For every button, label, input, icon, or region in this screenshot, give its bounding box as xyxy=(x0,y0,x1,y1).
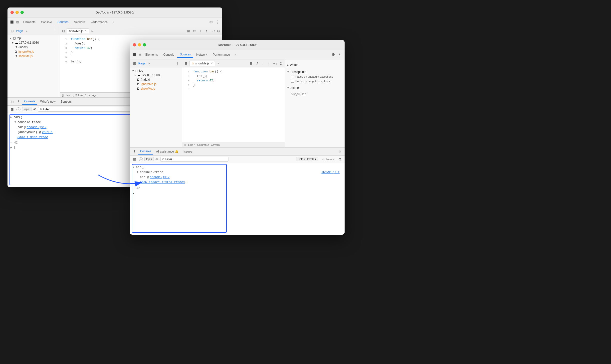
sidebar-more-1[interactable]: » xyxy=(24,28,29,34)
step-out-1[interactable]: →↑ xyxy=(210,28,215,34)
scope-section: ▼ Scope Not paused xyxy=(285,84,345,99)
eye-icon-2[interactable]: 👁 xyxy=(155,157,159,161)
top-dropdown-1[interactable]: top ▾ xyxy=(22,107,31,111)
tab-close-icon-2[interactable]: ✕ xyxy=(210,62,213,65)
refresh-btn-2[interactable]: ↺ xyxy=(254,61,260,66)
minimize-button-2[interactable] xyxy=(138,43,141,46)
tab-ai-2[interactable]: AI assistance 🔔 xyxy=(154,149,181,154)
refresh-btn-1[interactable]: ↺ xyxy=(192,28,197,34)
step-over-2[interactable]: ↓ xyxy=(260,61,266,66)
console-clear-1[interactable]: ⊟ xyxy=(9,107,15,112)
close-button-2[interactable] xyxy=(133,43,136,46)
more-tabs-btn-1[interactable]: » xyxy=(111,19,116,25)
eye-icon-1[interactable]: 👁 xyxy=(33,107,36,111)
format-btn-2[interactable]: ⊞ xyxy=(248,61,254,66)
tree-label-ignoreme-2: ignoreMe.js xyxy=(141,82,156,86)
tab-console-2[interactable]: Console xyxy=(161,52,177,57)
tab-console-1[interactable]: Console xyxy=(38,19,54,25)
format-btn-1[interactable]: ⊞ xyxy=(186,28,191,34)
deactivate-1[interactable]: ⊘ xyxy=(216,28,221,34)
console-clear-2[interactable]: ⊟ xyxy=(132,157,137,162)
pause-caught-item: Pause on caught exceptions xyxy=(287,79,343,83)
step-into-1[interactable]: ↑ xyxy=(204,28,209,34)
tab-sensors-1[interactable]: Sensors xyxy=(59,99,74,104)
tree-server-1[interactable]: ▼ ☁ 127.0.0.1:8080 xyxy=(7,40,60,45)
tab-performance-1[interactable]: Performance xyxy=(88,19,110,25)
console-entries-wrapper-2: ▶ bar() ▼ console.trace showMe.js:2 bar … xyxy=(130,163,345,235)
editor-tab-label-1: showMe.js xyxy=(69,29,83,33)
console-ban-1[interactable]: ⊘ xyxy=(16,107,20,111)
breakpoints-header[interactable]: ▼ Breakpoints xyxy=(287,69,343,74)
editor-sidebar-toggle-1[interactable]: ⊟ xyxy=(61,28,66,34)
console-toolbar-toggle-1[interactable]: ⊟ xyxy=(9,99,15,104)
gear-icon-console-2[interactable]: ⚙ xyxy=(337,156,343,162)
watch-header[interactable]: ▶ Watch xyxy=(287,62,343,67)
tree-top-1[interactable]: ▼ ▢ top xyxy=(7,36,60,40)
tab-sources-2[interactable]: Sources xyxy=(177,52,193,58)
console-ban-2[interactable]: ⊘ xyxy=(139,157,143,161)
dots-icon-2[interactable]: ⋮ xyxy=(337,51,343,58)
tab-elements-1[interactable]: Elements xyxy=(20,19,38,25)
maximize-button-1[interactable] xyxy=(20,11,24,14)
tree-showme-1[interactable]: 🗋 showMe.js xyxy=(7,54,60,58)
sidebar-toggle-2[interactable]: ⊟ xyxy=(132,61,137,66)
tab-network-1[interactable]: Network xyxy=(71,19,87,25)
step-out-2[interactable]: →↑ xyxy=(272,61,278,66)
more-tabs-btn-2[interactable]: » xyxy=(233,52,238,57)
tree-index-1[interactable]: 🗋 (index) xyxy=(7,45,60,49)
editor-tab-label-2: showMe.js xyxy=(195,62,209,65)
maximize-button-2[interactable] xyxy=(143,43,146,46)
minimize-button-1[interactable] xyxy=(15,11,19,14)
source-link-2[interactable]: showMe.js:2 xyxy=(321,170,340,175)
gear-icon-2[interactable]: ⚙ xyxy=(331,51,336,58)
code-line-2-5: 5 xyxy=(182,87,285,92)
status-text-2: Line 4, Column 2 xyxy=(188,143,209,146)
editor-tabs-more-2[interactable]: » xyxy=(215,61,221,66)
sidebar-header-1: ⊟ Page » ⋮ xyxy=(7,27,60,35)
editor-sidebar-toggle-2[interactable]: ⊟ xyxy=(183,61,189,66)
tab-whatsnew-1[interactable]: What's new xyxy=(38,99,58,104)
editor-tabs-more-1[interactable]: » xyxy=(89,28,95,34)
tree-ignoreme-2[interactable]: 🗋 ignoreMe.js xyxy=(130,82,182,86)
tab-performance-2[interactable]: Performance xyxy=(210,52,232,57)
page-title-1[interactable]: Page xyxy=(16,29,23,33)
console-dots-2[interactable]: ⋮ xyxy=(132,149,137,154)
editor-tab-showme-2[interactable]: ⚠ showMe.js ✕ xyxy=(189,61,215,66)
file-icon-showme-2: 🗋 xyxy=(137,87,140,90)
tab-sources-1[interactable]: Sources xyxy=(55,19,71,25)
scope-header[interactable]: ▼ Scope xyxy=(287,85,343,90)
close-button-1[interactable] xyxy=(10,11,14,14)
dots-icon-1[interactable]: ⋮ xyxy=(214,19,220,25)
code-line-2-2: 2 foo(); xyxy=(182,74,285,78)
sidebar-dots-2[interactable]: ⋮ xyxy=(175,60,180,66)
tree-label-server-1: 127.0.0.1:8080 xyxy=(19,41,39,44)
tab-close-icon-1[interactable]: ✕ xyxy=(84,29,87,32)
tree-server-2[interactable]: ▼ ☁ 127.0.0.1:8080 xyxy=(130,73,182,77)
step-over-1[interactable]: ↓ xyxy=(198,28,203,34)
tree-ignoreme-1[interactable]: 🗋 ignoreMe.js xyxy=(7,49,60,54)
watch-section: ▶ Watch xyxy=(285,61,345,68)
pause-uncaught-checkbox[interactable] xyxy=(291,75,294,78)
default-levels-btn[interactable]: Default levels ▾ xyxy=(296,157,318,161)
tree-index-2[interactable]: 🗋 (index) xyxy=(130,77,182,82)
tree-top-2[interactable]: ▼ ▢ top xyxy=(130,68,182,73)
editor-tab-showme-1[interactable]: showMe.js ✕ xyxy=(67,28,89,33)
page-title-2[interactable]: Page xyxy=(138,62,145,65)
deactivate-2[interactable]: ⊘ xyxy=(278,61,284,66)
step-into-2[interactable]: ↑ xyxy=(266,61,272,66)
tab-console-bottom-1[interactable]: Console xyxy=(22,99,37,105)
pause-caught-checkbox[interactable] xyxy=(291,80,294,83)
sidebar-more-2[interactable]: » xyxy=(146,61,152,66)
sidebar-toggle-1[interactable]: ⊟ xyxy=(9,28,15,34)
sidebar-1: ⊟ Page » ⋮ ▼ ▢ top ▼ ☁ 127.0.0.1:8080 xyxy=(7,27,60,97)
tab-issues-2[interactable]: Issues xyxy=(182,149,194,154)
tab-elements-2[interactable]: Elements xyxy=(143,52,160,57)
sidebar-dots-1[interactable]: ⋮ xyxy=(52,28,58,34)
gear-icon-1[interactable]: ⚙ xyxy=(208,19,214,25)
console-close-2[interactable]: ✕ xyxy=(338,149,343,154)
console-dots-1[interactable]: ⋮ xyxy=(16,99,21,104)
tab-console-bottom-2[interactable]: Console xyxy=(138,149,153,155)
tab-network-2[interactable]: Network xyxy=(194,52,210,57)
top-dropdown-2[interactable]: top ▾ xyxy=(144,157,154,161)
tree-showme-2[interactable]: 🗋 showMe.js xyxy=(130,86,182,91)
